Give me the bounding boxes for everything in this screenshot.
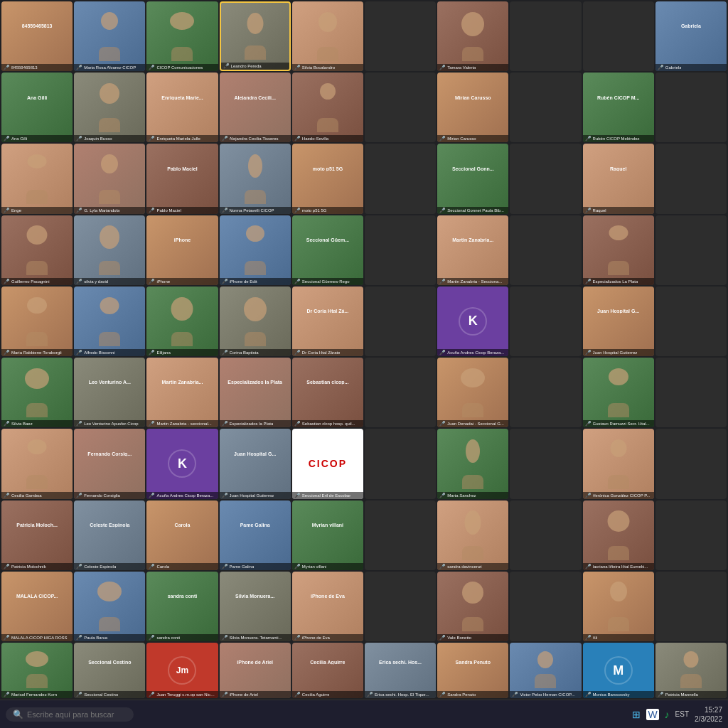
participant-tile[interactable]: Seccional Gonn...🎤Seccional Gonnet Paula… [437,144,508,213]
participant-tile[interactable]: 🎤Victor Pebo Hernan CICOP... [510,643,581,698]
participant-tile[interactable] [583,1,654,71]
participant-tile[interactable]: Seccional Güem...🎤Seccional Güemes-Rego [292,215,363,285]
participant-tile[interactable]: iPhone de Ariel🎤iPhone de Ariel [220,643,291,698]
participant-tile[interactable]: Fernando Corsig...🎤Fernando Corsiglia [74,429,145,498]
windows-icon[interactable]: ⊞ [632,709,641,720]
participant-tile[interactable] [510,73,581,142]
participant-tile[interactable]: K🎤Acuña Andres Cicop Beraza... [146,429,218,498]
participant-tile[interactable]: 🎤Silvia Bocalandro [292,1,363,71]
participant-tile[interactable]: moto p51 5G🎤moto p51 5G [292,144,363,213]
participant-tile[interactable] [365,215,436,285]
participant-tile[interactable]: Leo Venturino A...🎤Leo Venturino Apusfer… [74,358,145,427]
participant-tile[interactable]: 🎤Juan Denadai - Seccional G... [437,358,508,427]
participant-tile[interactable]: Juan Hospital G...🎤Juan Hospital Gutierr… [583,287,654,356]
participant-tile[interactable]: 🎤Tamara Valerta [437,1,508,71]
participant-tile[interactable]: iPhone🎤iPhone [146,215,218,285]
participant-tile[interactable]: Erica sechi. Hos...🎤Erica sechi. Hosp. E… [365,643,436,698]
participant-tile[interactable]: 🎤sandra davincenzi [437,500,508,570]
participant-tile[interactable]: Mirian Carusso🎤Mirian Carusso [437,73,508,142]
participant-tile[interactable] [365,144,436,213]
participant-tile[interactable] [365,287,436,356]
participant-tile[interactable]: Juan Hospital G...🎤Juan Hospital Gutierr… [220,429,291,498]
participant-tile[interactable]: Sandra Penuto🎤Sandra Penuto [437,643,508,698]
participant-tile[interactable]: 🎤silvia y david [74,215,145,285]
participant-tile[interactable]: 🎤Joaquin Busso [74,73,145,142]
music-icon[interactable]: ♪ [665,709,670,720]
participant-tile[interactable] [655,500,727,570]
participant-tile[interactable]: 🎤Norma Petavelli CICOP [220,144,291,213]
participant-tile[interactable]: Myrian villani🎤Myrian villani [292,500,363,570]
participant-tile[interactable]: Gabriela🎤Gabriela [655,1,727,71]
participant-tile[interactable]: 🎤Gustavo Ramuzzi Secr. Htal... [583,358,654,427]
participant-tile[interactable]: Silvia Monuera...🎤Silvia Monuera. Tetama… [220,572,291,641]
participant-tile[interactable]: M🎤Monica Barocovsky [583,643,654,698]
participant-tile[interactable] [655,358,727,427]
participant-tile[interactable] [365,500,436,570]
participant-tile[interactable]: 🎤Especializados La Plata [583,215,654,285]
participant-tile[interactable]: 🎤lacriana liñeira Htal Eumeki... [583,500,654,570]
participant-tile[interactable]: 🎤Vale Bonetto [437,572,508,641]
participant-tile[interactable] [365,1,436,71]
participant-tile[interactable]: CICOP🎤Seccional Eril de Escobar [292,429,363,498]
participant-tile[interactable] [510,358,581,427]
participant-tile[interactable]: Alejandra Cecili...🎤Alejandra Cecilia Ti… [220,73,291,142]
participant-tile[interactable]: Martin Zanabria...🎤Martin Zanabria - sec… [146,358,218,427]
participant-tile[interactable]: Pame Galina🎤Pame Galina [220,500,291,570]
participant-tile[interactable] [510,1,581,71]
participant-tile[interactable] [510,287,581,356]
participant-tile[interactable]: 🎤Maria Rabbiene-Toraborgli [1,287,73,356]
participant-tile[interactable] [510,429,581,498]
participant-tile[interactable]: Dr Coria Htal Zá...🎤Dr Coria Htal Zárate [292,287,363,356]
participant-tile[interactable]: 🎤CICOP Comunicaciones [146,1,218,71]
participant-tile[interactable] [655,73,727,142]
participant-tile[interactable]: Raquel🎤Raquel [583,144,654,213]
participant-tile[interactable]: Rubén CICOP M...🎤Rubén CICOP Meléndez [583,73,654,142]
participant-tile[interactable]: 🎤Enge [1,144,73,213]
participant-tile[interactable]: Sebastian clcop...🎤Sebastian clcop hosp.… [292,358,363,427]
participant-tile[interactable] [510,572,581,641]
participant-tile[interactable]: 🎤Paula Barua [74,572,145,641]
participant-tile[interactable]: Celeste Espinola🎤Celeste Espinola [74,500,145,570]
participant-tile[interactable] [510,144,581,213]
participant-tile[interactable]: Cecilia Aguirre🎤Cecilia Aguirre [292,643,363,698]
participant-tile[interactable]: 84559465813🎤84559465813 [1,1,73,71]
participant-tile[interactable]: 🎤Silvia Baez [1,358,73,427]
participant-tile[interactable]: Carola🎤Carola [146,500,218,570]
participant-tile[interactable] [510,500,581,570]
participant-tile[interactable]: 🎤Patricia Mannella [655,643,727,698]
participant-tile[interactable]: MALALA CICOP...🎤MALALA CICOP HIGA ROSS [1,572,73,641]
participant-tile[interactable]: Martin Zanabria...🎤Martin Zanabria - Sec… [437,215,508,285]
participant-tile[interactable] [655,215,727,285]
participant-tile[interactable] [655,572,727,641]
participant-tile[interactable] [655,429,727,498]
participant-tile[interactable]: Jm🎤Juan Teruggi c.m.op san Nico... [146,643,218,698]
participant-tile[interactable]: 🎤Eliljana [146,287,218,356]
participant-tile[interactable]: Patricia Moloch...🎤Patricia Molochnik [1,500,73,570]
participant-tile[interactable]: sandra conti🎤sandra conti [146,572,218,641]
taskbar-search[interactable]: 🔍 [6,707,134,722]
participant-tile[interactable] [365,73,436,142]
participant-tile[interactable] [365,358,436,427]
participant-tile[interactable]: 🎤Maria Rosa Alvarez-CICOP [74,1,145,71]
participant-tile[interactable]: Seccional Cestino🎤Seccional Cestino [74,643,145,698]
participant-tile[interactable]: 🎤Cecilia Gamboa [1,429,73,498]
participant-tile[interactable] [365,572,436,641]
participant-tile[interactable]: 🎤Guillermo Pacagnini [1,215,73,285]
participant-tile[interactable]: 🎤Alfredo Bisconni [74,287,145,356]
participant-tile[interactable]: 🎤Haedo-Sevilla [292,73,363,142]
participant-tile[interactable]: 🎤Marta Sanchez [437,429,508,498]
participant-tile[interactable]: 🎤G. Lyla Mariandola [74,144,145,213]
participant-tile[interactable]: Ana Gilli🎤Ana Gilli [1,73,73,142]
participant-tile[interactable]: 🎤Leandro Pereda [220,1,291,71]
participant-tile[interactable]: 🎤Marisol Fernandez Korn [1,643,73,698]
participant-tile[interactable] [510,215,581,285]
participant-tile[interactable]: Pablo Maciel🎤Pablo Maciel [146,144,218,213]
participant-tile[interactable]: Enriqueta Marie...🎤Enriqueta Mariela-Jul… [146,73,218,142]
participant-tile[interactable]: Especializados la Plata🎤Especializados l… [220,358,291,427]
participant-tile[interactable]: iPhone de Eva🎤iPhone de Eva [292,572,363,641]
participant-tile[interactable] [365,429,436,498]
participant-tile[interactable]: K🎤Acuña Andres Cicop Beraza... [437,287,508,356]
search-input[interactable] [27,710,127,719]
participant-tile[interactable]: 🎤Corina Baptista [220,287,291,356]
word-icon[interactable]: W [646,709,658,720]
